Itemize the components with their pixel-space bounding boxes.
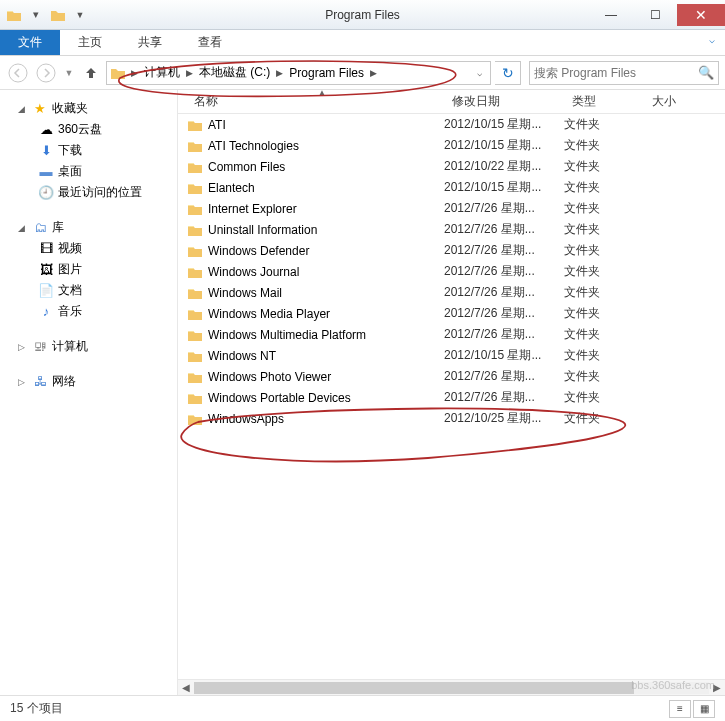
col-type[interactable]: 类型 [564, 89, 636, 114]
file-type: 文件夹 [564, 116, 636, 133]
breadcrumb[interactable]: ▶ 计算机 ▶ 本地磁盘 (C:) ▶ Program Files ▶ ⌵ [106, 61, 491, 85]
view-details-button[interactable]: ≡ [669, 700, 691, 718]
file-type: 文件夹 [564, 242, 636, 259]
file-row[interactable]: Internet Explorer2012/7/26 星期...文件夹 [178, 198, 725, 219]
sidebar-item-recent[interactable]: 🕘最近访问的位置 [0, 182, 177, 203]
search-box[interactable]: 🔍 [529, 61, 719, 85]
file-row[interactable]: Windows Portable Devices2012/7/26 星期...文… [178, 387, 725, 408]
file-row[interactable]: Elantech2012/10/15 星期...文件夹 [178, 177, 725, 198]
file-name: Windows Journal [204, 265, 444, 279]
file-row[interactable]: Windows Mail2012/7/26 星期...文件夹 [178, 282, 725, 303]
scroll-thumb[interactable] [194, 682, 634, 694]
col-date[interactable]: 修改日期 [444, 89, 564, 114]
file-row[interactable]: Common Files2012/10/22 星期...文件夹 [178, 156, 725, 177]
search-input[interactable] [534, 66, 698, 80]
folder-icon [186, 328, 204, 342]
tab-file[interactable]: 文件 [0, 30, 60, 55]
star-icon: ★ [32, 101, 48, 117]
folder-icon [186, 202, 204, 216]
tab-view[interactable]: 查看 [180, 30, 240, 55]
file-row[interactable]: Windows NT2012/10/15 星期...文件夹 [178, 345, 725, 366]
file-type: 文件夹 [564, 137, 636, 154]
recent-dropdown[interactable]: ▼ [62, 61, 76, 85]
sidebar-group-computer[interactable]: ▷🖳计算机 [0, 336, 177, 357]
file-date: 2012/10/25 星期... [444, 410, 564, 427]
file-row[interactable]: Windows Journal2012/7/26 星期...文件夹 [178, 261, 725, 282]
library-icon: 🗂 [32, 220, 48, 236]
file-name: Uninstall Information [204, 223, 444, 237]
document-icon: 📄 [38, 283, 54, 299]
watermark: bbs.360safe.com [631, 679, 715, 691]
address-dropdown-icon[interactable]: ⌵ [471, 68, 488, 78]
chevron-right-icon[interactable]: ▶ [272, 68, 287, 78]
file-row[interactable]: Windows Photo Viewer2012/7/26 星期...文件夹 [178, 366, 725, 387]
chevron-right-icon[interactable]: ▶ [127, 68, 142, 78]
file-row[interactable]: Windows Defender2012/7/26 星期...文件夹 [178, 240, 725, 261]
file-name: Common Files [204, 160, 444, 174]
file-row[interactable]: ATI Technologies2012/10/15 星期...文件夹 [178, 135, 725, 156]
item-count: 15 个项目 [10, 700, 63, 717]
file-name: Windows NT [204, 349, 444, 363]
file-row[interactable]: Uninstall Information2012/7/26 星期...文件夹 [178, 219, 725, 240]
minimize-button[interactable]: ― [589, 4, 633, 26]
scroll-left-icon[interactable]: ◀ [178, 682, 194, 693]
forward-button[interactable] [34, 61, 58, 85]
sidebar-item-360[interactable]: ☁360云盘 [0, 119, 177, 140]
file-date: 2012/7/26 星期... [444, 305, 564, 322]
window-controls: ― ☐ ✕ [589, 4, 725, 26]
sidebar-item-music[interactable]: ♪音乐 [0, 301, 177, 322]
file-type: 文件夹 [564, 410, 636, 427]
file-name: ATI Technologies [204, 139, 444, 153]
file-type: 文件夹 [564, 326, 636, 343]
up-button[interactable] [80, 62, 102, 84]
file-row[interactable]: Windows Multimedia Platform2012/7/26 星期.… [178, 324, 725, 345]
network-icon: 🖧 [32, 374, 48, 390]
sidebar-item-pictures[interactable]: 🖼图片 [0, 259, 177, 280]
back-button[interactable] [6, 61, 30, 85]
file-row[interactable]: Windows Media Player2012/7/26 星期...文件夹 [178, 303, 725, 324]
close-button[interactable]: ✕ [677, 4, 725, 26]
folder-icon [186, 223, 204, 237]
file-date: 2012/7/26 星期... [444, 200, 564, 217]
chevron-right-icon[interactable]: ▶ [182, 68, 197, 78]
crumb-folder[interactable]: Program Files [287, 66, 366, 80]
view-icons-button[interactable]: ▦ [693, 700, 715, 718]
tab-share[interactable]: 共享 [120, 30, 180, 55]
file-date: 2012/7/26 星期... [444, 326, 564, 343]
qat-dropdown-icon[interactable]: ▼ [70, 5, 90, 25]
folder-icon [186, 265, 204, 279]
file-name: Windows Defender [204, 244, 444, 258]
sidebar-item-desktop[interactable]: ▬桌面 [0, 161, 177, 182]
sidebar-item-videos[interactable]: 🎞视频 [0, 238, 177, 259]
search-icon[interactable]: 🔍 [698, 65, 714, 80]
col-size[interactable]: 大小 [636, 89, 684, 114]
crumb-computer[interactable]: 计算机 [142, 64, 182, 81]
sidebar-item-downloads[interactable]: ⬇下载 [0, 140, 177, 161]
sidebar-group-network[interactable]: ▷🖧网络 [0, 371, 177, 392]
file-type: 文件夹 [564, 347, 636, 364]
col-name[interactable]: 名称 [186, 89, 444, 114]
file-date: 2012/10/15 星期... [444, 116, 564, 133]
desktop-icon: ▬ [38, 164, 54, 180]
crumb-drive[interactable]: 本地磁盘 (C:) [197, 64, 272, 81]
sidebar-item-documents[interactable]: 📄文档 [0, 280, 177, 301]
file-row[interactable]: ATI2012/10/15 星期...文件夹 [178, 114, 725, 135]
sidebar-label: 网络 [52, 373, 76, 390]
properties-icon[interactable]: ▾ [26, 5, 46, 25]
file-type: 文件夹 [564, 284, 636, 301]
folder-icon [186, 349, 204, 363]
chevron-right-icon[interactable]: ▶ [366, 68, 381, 78]
refresh-button[interactable]: ↻ [495, 61, 521, 85]
music-icon: ♪ [38, 304, 54, 320]
open-icon[interactable] [48, 5, 68, 25]
ribbon-expand-icon[interactable]: ⌵ [699, 30, 725, 55]
folder-icon [109, 64, 127, 82]
tab-home[interactable]: 主页 [60, 30, 120, 55]
ribbon-tabs: 文件 主页 共享 查看 ⌵ [0, 30, 725, 56]
sidebar-group-libraries[interactable]: ◢🗂库 [0, 217, 177, 238]
recent-icon: 🕘 [38, 185, 54, 201]
maximize-button[interactable]: ☐ [633, 4, 677, 26]
file-row[interactable]: WindowsApps2012/10/25 星期...文件夹 [178, 408, 725, 429]
sidebar-group-favorites[interactable]: ◢★收藏夹 [0, 98, 177, 119]
file-name: Windows Multimedia Platform [204, 328, 444, 342]
